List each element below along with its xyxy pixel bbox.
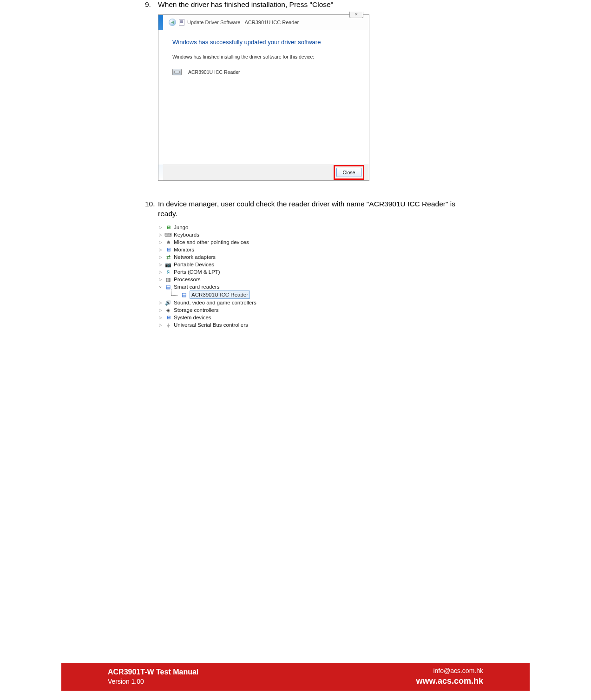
expand-icon[interactable]: ▷ bbox=[158, 314, 163, 321]
tree-label: Processors bbox=[174, 276, 201, 283]
step-10: 10. In device manager, user could check … bbox=[145, 199, 475, 219]
tree-node-network[interactable]: ▷ ⇄ Network adapters bbox=[158, 253, 475, 261]
device-name: ACR3901U ICC Reader bbox=[188, 69, 240, 75]
page-footer: ACR3901T-W Test Manual Version 1.00 info… bbox=[61, 663, 530, 691]
step-9-number: 9. bbox=[145, 0, 158, 10]
expand-icon[interactable]: ▷ bbox=[158, 268, 163, 276]
tree-node-portable[interactable]: ▷ 📷 Portable Devices bbox=[158, 261, 475, 268]
footer-title: ACR3901T-W Test Manual bbox=[108, 667, 198, 677]
dialog-body: Windows has successfully updated your dr… bbox=[158, 30, 369, 165]
ports-icon: ⎘ bbox=[164, 269, 172, 275]
footer-spacer bbox=[61, 691, 530, 700]
expand-icon[interactable]: ▷ bbox=[158, 299, 163, 306]
footer-url: www.acs.com.hk bbox=[416, 675, 483, 687]
tree-node-processors[interactable]: ▷ ▥ Processors bbox=[158, 276, 475, 283]
tree-label: Monitors bbox=[174, 246, 194, 253]
sound-icon: 🔊 bbox=[164, 299, 172, 306]
tree-connector bbox=[171, 289, 177, 296]
tree-label: Sound, video and game controllers bbox=[174, 299, 256, 306]
step-9: 9. When the driver has finished installa… bbox=[145, 0, 475, 10]
close-button[interactable]: Close bbox=[336, 168, 361, 177]
tree-node-system[interactable]: ▷ 🖥 System devices bbox=[158, 314, 475, 321]
tree-node-keyboards[interactable]: ▷ ⌨ Keyboards bbox=[158, 231, 475, 238]
tree-label: System devices bbox=[174, 314, 211, 321]
dialog-header-text: Update Driver Software - ACR3901U ICC Re… bbox=[187, 20, 299, 25]
dialog-success-title: Windows has successfully updated your dr… bbox=[172, 39, 355, 46]
tree-node-ports[interactable]: ▷ ⎘ Ports (COM & LPT) bbox=[158, 268, 475, 276]
tree-node-monitors[interactable]: ▷ 🖥 Monitors bbox=[158, 246, 475, 253]
dialog-footer: Close bbox=[158, 165, 369, 180]
tree-node-acr3901u[interactable]: ▤ ACR3901U ICC Reader bbox=[171, 291, 475, 299]
network-icon: ⇄ bbox=[164, 254, 172, 260]
jungo-icon: 🖥 bbox=[164, 224, 172, 231]
portable-icon: 📷 bbox=[164, 261, 172, 268]
tree-node-mice[interactable]: ▷ 🖱 Mice and other pointing devices bbox=[158, 238, 475, 246]
expand-icon[interactable]: ▷ bbox=[158, 261, 163, 268]
device-row: ACR3901U ICC Reader bbox=[172, 69, 355, 75]
driver-update-dialog: ✕ ◄ Update Driver Software - ACR3901U IC… bbox=[158, 14, 369, 181]
expand-icon[interactable]: ▷ bbox=[158, 238, 163, 246]
tree-label: Jungo bbox=[174, 224, 188, 231]
tree-label: Storage controllers bbox=[174, 306, 219, 314]
expand-icon[interactable]: ▷ bbox=[158, 224, 163, 231]
tree-node-smart-card-readers[interactable]: ▿ ▤ Smart card readers bbox=[158, 283, 475, 291]
tree-label: Keyboards bbox=[174, 231, 199, 238]
monitor-icon: 🖥 bbox=[164, 246, 172, 253]
tree-node-usb[interactable]: ▷ ⏚ Universal Serial Bus controllers bbox=[158, 321, 475, 329]
back-icon[interactable]: ◄ bbox=[169, 19, 176, 26]
window-close-icon[interactable]: ✕ bbox=[349, 12, 363, 18]
tree-label: Ports (COM & LPT) bbox=[174, 268, 220, 276]
system-icon: 🖥 bbox=[164, 314, 172, 321]
tree-node-sound[interactable]: ▷ 🔊 Sound, video and game controllers bbox=[158, 299, 475, 306]
dialog-header: ◄ Update Driver Software - ACR3901U ICC … bbox=[158, 15, 369, 30]
tree-label-selected: ACR3901U ICC Reader bbox=[190, 291, 250, 299]
expand-icon[interactable]: ▷ bbox=[158, 253, 163, 261]
step-9-text: When the driver has finished installatio… bbox=[158, 0, 475, 10]
footer-right: info@acs.com.hk www.acs.com.hk bbox=[416, 667, 483, 687]
processor-icon: ▥ bbox=[164, 276, 172, 283]
footer-version: Version 1.00 bbox=[108, 677, 198, 687]
expand-icon[interactable]: ▷ bbox=[158, 276, 163, 283]
keyboard-icon: ⌨ bbox=[164, 231, 172, 238]
close-button-highlight: Close bbox=[334, 165, 364, 180]
document-icon bbox=[179, 19, 184, 26]
collapse-icon[interactable]: ▿ bbox=[158, 283, 163, 291]
usb-icon: ⏚ bbox=[164, 322, 172, 328]
dialog-sub-text: Windows has finished installing the driv… bbox=[172, 54, 355, 59]
expand-icon[interactable]: ▷ bbox=[158, 231, 163, 238]
card-reader-icon: ▤ bbox=[180, 291, 188, 298]
storage-icon: ◈ bbox=[164, 307, 172, 313]
device-manager-tree: ▷ 🖥 Jungo ▷ ⌨ Keyboards ▷ 🖱 Mice and oth… bbox=[158, 224, 475, 329]
footer-left: ACR3901T-W Test Manual Version 1.00 bbox=[108, 667, 198, 687]
step-10-text: In device manager, user could check the … bbox=[158, 199, 475, 219]
footer-email: info@acs.com.hk bbox=[416, 667, 483, 676]
expand-icon[interactable]: ▷ bbox=[158, 246, 163, 253]
mouse-icon: 🖱 bbox=[164, 239, 172, 245]
tree-label: Network adapters bbox=[174, 253, 216, 261]
tree-node-jungo[interactable]: ▷ 🖥 Jungo bbox=[158, 224, 475, 231]
expand-icon[interactable]: ▷ bbox=[158, 321, 163, 329]
tree-node-storage[interactable]: ▷ ◈ Storage controllers bbox=[158, 306, 475, 314]
tree-label: Smart card readers bbox=[174, 283, 219, 291]
tree-label: Portable Devices bbox=[174, 261, 214, 268]
step-10-number: 10. bbox=[145, 199, 158, 219]
tree-label: Mice and other pointing devices bbox=[174, 238, 249, 246]
device-icon bbox=[172, 69, 182, 75]
expand-icon[interactable]: ▷ bbox=[158, 306, 163, 314]
tree-label: Universal Serial Bus controllers bbox=[174, 321, 248, 329]
